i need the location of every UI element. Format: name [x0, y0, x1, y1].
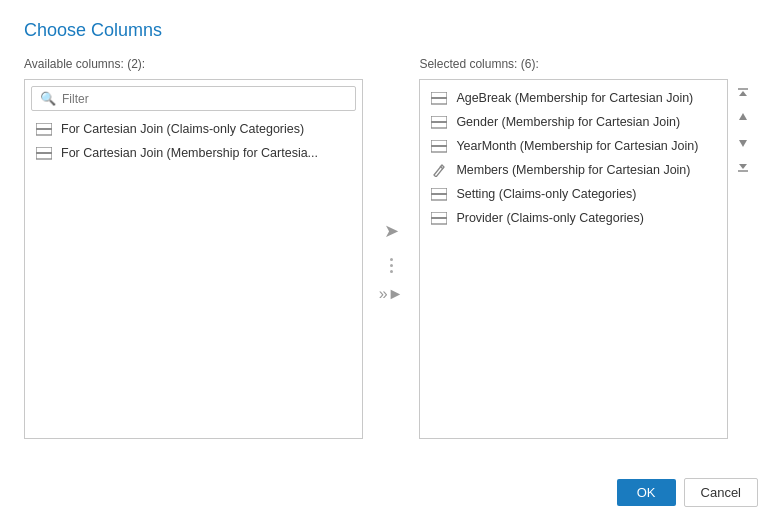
dialog-footer: OK Cancel	[24, 464, 758, 507]
available-label: Available columns: (2):	[24, 57, 363, 71]
svg-rect-4	[36, 153, 52, 159]
move-up-icon	[736, 111, 750, 125]
selected-box: AgeBreak (Membership for Cartesian Join)…	[419, 79, 728, 439]
available-panel: Available columns: (2): 🔍 For Cartesian …	[24, 57, 363, 439]
svg-rect-6	[431, 92, 447, 98]
column-type-icon	[35, 146, 53, 160]
column-type-icon	[430, 163, 448, 177]
column-item-text: For Cartesian Join (Membership for Carte…	[61, 146, 318, 160]
list-item[interactable]: For Cartesian Join (Membership for Carte…	[25, 141, 362, 165]
filter-search-box[interactable]: 🔍	[31, 86, 356, 111]
svg-rect-16	[431, 188, 447, 194]
svg-rect-13	[431, 146, 447, 152]
svg-rect-12	[431, 140, 447, 146]
move-all-right-button[interactable]: »►	[375, 281, 408, 307]
svg-rect-1	[36, 129, 52, 135]
available-box: 🔍 For Cartesian Join (Claims-only Catego…	[24, 79, 363, 439]
column-item-text: For Cartesian Join (Claims-only Categori…	[61, 122, 304, 136]
column-item-text: YearMonth (Membership for Cartesian Join…	[456, 139, 698, 153]
move-top-button[interactable]	[732, 85, 754, 103]
svg-rect-10	[431, 122, 447, 128]
cancel-button[interactable]: Cancel	[684, 478, 758, 507]
move-bottom-icon	[736, 159, 750, 173]
list-item[interactable]: Gender (Membership for Cartesian Join)	[420, 110, 727, 134]
filter-input[interactable]	[62, 92, 347, 106]
selected-label: Selected columns: (6):	[419, 57, 728, 71]
column-type-icon	[430, 115, 448, 129]
list-item[interactable]: AgeBreak (Membership for Cartesian Join)	[420, 86, 727, 110]
available-items-list: For Cartesian Join (Claims-only Categori…	[25, 117, 362, 165]
column-type-icon	[430, 139, 448, 153]
column-item-text: Setting (Claims-only Categories)	[456, 187, 636, 201]
move-down-icon	[736, 135, 750, 149]
move-right-button[interactable]: ➤	[380, 216, 403, 246]
ok-button[interactable]: OK	[617, 479, 676, 506]
selected-panel: Selected columns: (6): AgeBreak (Members…	[419, 57, 728, 439]
column-item-text: AgeBreak (Membership for Cartesian Join)	[456, 91, 693, 105]
move-bottom-button[interactable]	[732, 157, 754, 175]
move-right-icon: ➤	[384, 220, 399, 242]
column-item-text: Members (Membership for Cartesian Join)	[456, 163, 690, 177]
column-item-text: Provider (Claims-only Categories)	[456, 211, 644, 225]
selected-panel-wrapper: Selected columns: (6): AgeBreak (Members…	[419, 57, 758, 439]
columns-area: Available columns: (2): 🔍 For Cartesian …	[24, 57, 758, 464]
svg-rect-0	[36, 123, 52, 129]
column-item-text: Gender (Membership for Cartesian Join)	[456, 115, 680, 129]
svg-rect-7	[431, 98, 447, 104]
column-type-icon	[430, 211, 448, 225]
transfer-buttons-area: ➤ »►	[363, 81, 420, 441]
column-type-icon	[430, 91, 448, 105]
svg-rect-17	[431, 194, 447, 200]
column-type-icon	[35, 122, 53, 136]
list-item[interactable]: For Cartesian Join (Claims-only Categori…	[25, 117, 362, 141]
list-item[interactable]: Members (Membership for Cartesian Join)	[420, 158, 727, 182]
divider-dots	[390, 258, 393, 273]
svg-rect-3	[36, 147, 52, 153]
choose-columns-dialog: Choose Columns Available columns: (2): 🔍…	[0, 0, 782, 523]
svg-rect-9	[431, 116, 447, 122]
svg-rect-19	[431, 212, 447, 218]
sort-controls	[728, 81, 758, 439]
list-item[interactable]: Setting (Claims-only Categories)	[420, 182, 727, 206]
move-top-icon	[736, 87, 750, 101]
search-icon: 🔍	[40, 91, 56, 106]
dialog-title: Choose Columns	[24, 20, 758, 41]
svg-rect-20	[431, 218, 447, 224]
list-item[interactable]: YearMonth (Membership for Cartesian Join…	[420, 134, 727, 158]
move-down-button[interactable]	[732, 133, 754, 151]
list-item[interactable]: Provider (Claims-only Categories)	[420, 206, 727, 230]
column-type-icon	[430, 187, 448, 201]
move-up-button[interactable]	[732, 109, 754, 127]
selected-items-list: AgeBreak (Membership for Cartesian Join)…	[420, 86, 727, 230]
move-all-right-icon: »►	[379, 285, 404, 303]
